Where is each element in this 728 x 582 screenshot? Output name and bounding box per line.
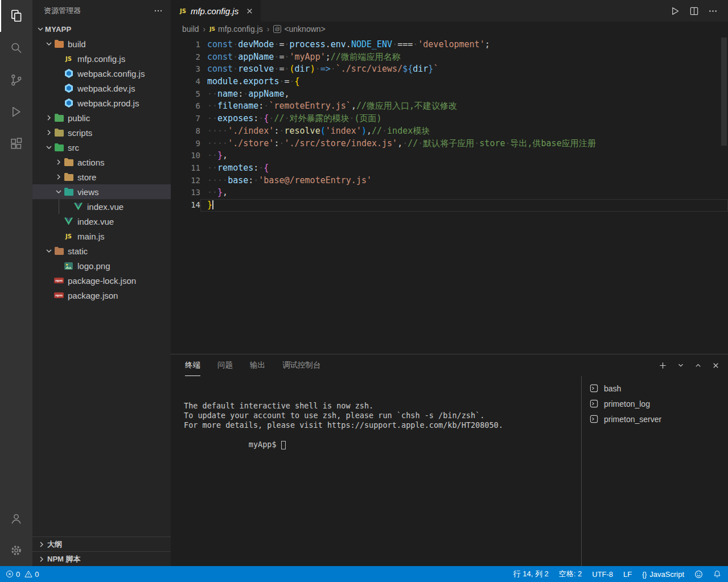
tree-item-webpack.dev.js[interactable]: webpack.dev.js bbox=[32, 81, 171, 96]
scrollbar-thumb[interactable] bbox=[721, 38, 727, 146]
tree-item-views[interactable]: views bbox=[32, 184, 171, 199]
editor-scrollbar[interactable] bbox=[720, 36, 728, 354]
chevron-right-icon bbox=[37, 555, 46, 564]
code-line[interactable]: 5··name:·appName, bbox=[171, 88, 728, 101]
line-number: 4 bbox=[171, 76, 200, 88]
code-line[interactable]: 11··remotes:·{ bbox=[171, 162, 728, 175]
close-panel-icon[interactable] bbox=[711, 361, 720, 370]
panel-tab[interactable]: 问题 bbox=[217, 354, 233, 376]
tree-item-index.vue[interactable]: index.vue bbox=[32, 199, 171, 214]
chevron-right-icon bbox=[37, 540, 46, 549]
close-tab-icon[interactable] bbox=[245, 7, 254, 15]
code-line[interactable]: 2const·appName·=·'myApp';//微前端应用名称 bbox=[171, 51, 728, 64]
project-root-header[interactable]: MYAPP bbox=[32, 22, 171, 36]
status-item[interactable]: 空格: 2 bbox=[559, 569, 582, 579]
tree-item-src[interactable]: src bbox=[32, 140, 171, 155]
panel-tab[interactable]: 输出 bbox=[250, 354, 265, 376]
run-debug-icon[interactable] bbox=[0, 96, 32, 127]
webpack-icon bbox=[63, 98, 74, 108]
breadcrumb-item[interactable]: build bbox=[182, 24, 199, 34]
tree-item-label: src bbox=[68, 143, 79, 152]
braces-icon bbox=[642, 570, 647, 579]
breadcrumb-item[interactable]: <unknown> bbox=[273, 24, 325, 34]
account-icon[interactable] bbox=[0, 502, 32, 534]
tree-item-webpack.prod.js[interactable]: webpack.prod.js bbox=[32, 96, 171, 110]
explorer-sidebar: 资源管理器 MYAPP buildJSmfp.config.jswebpack.… bbox=[32, 0, 171, 566]
tree-item-build[interactable]: build bbox=[32, 36, 171, 51]
breadcrumb-item[interactable]: JSmfp.config.js bbox=[209, 24, 262, 34]
code-editor[interactable]: 1const·devMode·=·process.env.NODE_ENV·==… bbox=[171, 36, 728, 354]
line-number: 9 bbox=[171, 138, 200, 150]
explorer-icon[interactable] bbox=[0, 0, 32, 32]
tree-item-label: index.vue bbox=[77, 217, 114, 226]
code-line[interactable]: 9····'./store':·'./src/store/index.js',·… bbox=[171, 138, 728, 150]
tree-item-mfp.config.js[interactable]: JSmfp.config.js bbox=[32, 51, 171, 66]
webpack-icon bbox=[63, 84, 74, 93]
code-line[interactable]: 14} bbox=[171, 199, 728, 212]
line-content: ··}, bbox=[200, 187, 728, 199]
breadcrumb-label: mfp.config.js bbox=[218, 24, 263, 34]
tree-item-label: index.vue bbox=[87, 202, 124, 212]
status-item[interactable]: JavaScript bbox=[642, 570, 684, 579]
split-editor-button[interactable] bbox=[689, 6, 699, 16]
terminal-dropdown-icon[interactable] bbox=[677, 361, 685, 369]
panel-tab[interactable]: 终端 bbox=[185, 354, 200, 376]
code-line[interactable]: 1const·devMode·=·process.env.NODE_ENV·==… bbox=[171, 39, 728, 51]
bell-icon[interactable] bbox=[713, 570, 721, 578]
chevron-spacer bbox=[64, 202, 73, 211]
terminal-view[interactable]: The default interactive shell is now zsh… bbox=[171, 376, 581, 566]
more-actions-button[interactable] bbox=[708, 6, 718, 16]
more-actions-icon[interactable] bbox=[154, 6, 163, 15]
tab-mfp-config-js[interactable]: JS mfp.config.js bbox=[171, 0, 261, 22]
code-line[interactable]: 7··exposes:·{·//·对外暴露的模块·(页面) bbox=[171, 113, 728, 125]
folder-src-icon bbox=[54, 143, 64, 152]
vue-icon bbox=[73, 202, 84, 211]
terminal-prompt: myApp$ bbox=[249, 440, 277, 449]
tree-item-main.js[interactable]: JSmain.js bbox=[32, 229, 171, 243]
code-line[interactable]: 4module.exports·=·{ bbox=[171, 76, 728, 88]
tree-item-label: webpack.dev.js bbox=[77, 84, 135, 93]
chevron-spacer bbox=[54, 84, 63, 93]
status-item[interactable]: LF bbox=[623, 570, 632, 579]
folder-public-icon bbox=[54, 113, 64, 122]
code-line[interactable]: 8····'./index':·resolve('index'),//·inde… bbox=[171, 125, 728, 138]
tree-item-package.json[interactable]: npmpackage.json bbox=[32, 288, 171, 303]
panel-tab[interactable]: 调试控制台 bbox=[282, 354, 321, 376]
extensions-icon[interactable] bbox=[0, 127, 32, 159]
tree-item-static[interactable]: static bbox=[32, 243, 171, 258]
settings-icon[interactable] bbox=[0, 534, 32, 566]
sidebar-section[interactable]: NPM 脚本 bbox=[32, 551, 171, 566]
tree-item-package-lock.json[interactable]: npmpackage-lock.json bbox=[32, 273, 171, 288]
tree-item-index.vue[interactable]: index.vue bbox=[32, 214, 171, 229]
new-terminal-icon[interactable] bbox=[658, 361, 668, 370]
terminal-session-item[interactable]: primeton_server bbox=[582, 411, 728, 427]
status-item[interactable]: UTF-8 bbox=[592, 570, 613, 579]
status-item[interactable]: 行 14, 列 2 bbox=[513, 569, 549, 579]
terminal-session-item[interactable]: primeton_log bbox=[582, 396, 728, 411]
code-line[interactable]: 12····base:·'base@/remoteEntry.js' bbox=[171, 175, 728, 187]
chevron-right-icon bbox=[44, 128, 54, 137]
tree-item-public[interactable]: public bbox=[32, 110, 171, 125]
terminal-session-item[interactable]: bash bbox=[582, 381, 728, 396]
feedback-icon[interactable] bbox=[694, 570, 703, 579]
search-icon[interactable] bbox=[0, 32, 32, 64]
code-line[interactable]: 6··filename:·`remoteEntry.js`,//微应用入口,不建… bbox=[171, 100, 728, 113]
terminal-cursor bbox=[281, 441, 286, 449]
sidebar-section[interactable]: 大纲 bbox=[32, 536, 171, 551]
code-line[interactable]: 3const·resolve·=·(dir)·=>·`./src/views/$… bbox=[171, 63, 728, 76]
breadcrumb-label: build bbox=[182, 24, 199, 34]
code-line[interactable]: 13··}, bbox=[171, 187, 728, 199]
tree-item-actions[interactable]: actions bbox=[32, 155, 171, 170]
tree-item-webpack.config.js[interactable]: webpack.config.js bbox=[32, 66, 171, 81]
chevron-spacer bbox=[54, 232, 63, 241]
maximize-panel-icon[interactable] bbox=[694, 361, 702, 370]
tree-item-scripts[interactable]: scripts bbox=[32, 125, 171, 140]
problems-indicator[interactable]: 0 0 bbox=[6, 570, 39, 579]
run-button[interactable] bbox=[669, 6, 680, 16]
line-content: ··name:·appName, bbox=[200, 88, 728, 101]
tree-item-logo.png[interactable]: logo.png bbox=[32, 258, 171, 273]
tree-item-label: store bbox=[77, 172, 96, 182]
source-control-icon[interactable] bbox=[0, 64, 32, 96]
tree-item-store[interactable]: store bbox=[32, 170, 171, 184]
code-line[interactable]: 10··}, bbox=[171, 150, 728, 162]
